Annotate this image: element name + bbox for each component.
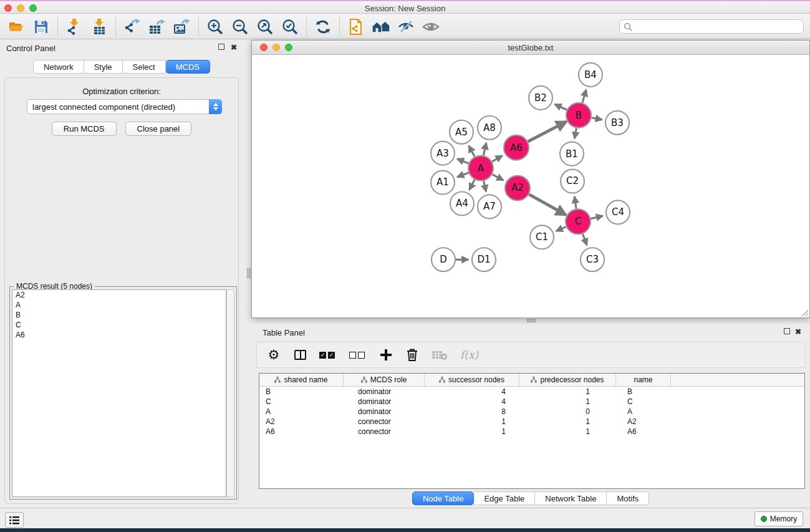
column-header-predecessor-nodes[interactable]: predecessor nodes xyxy=(519,374,616,386)
deselect-all-button[interactable] xyxy=(349,347,367,363)
graph-node-D1[interactable]: D1 xyxy=(472,248,496,271)
mcds-result-list[interactable]: A2ABCA6 xyxy=(12,289,226,497)
task-history-button[interactable] xyxy=(5,512,24,528)
graph-edge-B-B3[interactable] xyxy=(592,118,602,120)
graph-edge-A-A6[interactable] xyxy=(492,156,502,162)
graph-edge-A-A8[interactable] xyxy=(483,143,486,155)
graph-edge-C-C3[interactable] xyxy=(582,234,587,245)
graph-node-A6[interactable]: A6 xyxy=(504,135,529,160)
zoom-out-button[interactable] xyxy=(228,17,253,37)
zoom-selected-button[interactable] xyxy=(277,17,302,37)
graph-edge-A-A5[interactable] xyxy=(469,146,475,157)
graph-node-A8[interactable]: A8 xyxy=(478,116,501,140)
create-column-button[interactable] xyxy=(379,347,393,363)
graph-edge-C-C2[interactable] xyxy=(574,196,576,208)
tab-network-table[interactable]: Network Table xyxy=(535,491,607,505)
show-column-button[interactable] xyxy=(293,347,307,363)
result-list-scrollbar[interactable] xyxy=(226,289,234,497)
import-table-button[interactable] xyxy=(87,17,112,37)
table-row[interactable]: A6connector11A6 xyxy=(259,427,804,437)
column-header-shared-name[interactable]: shared name xyxy=(259,374,344,386)
resize-grip-icon[interactable] xyxy=(800,308,809,317)
graph-edge-A-A3[interactable] xyxy=(457,159,468,163)
zoom-fit-button[interactable] xyxy=(253,17,277,37)
network-canvas[interactable]: AA1A2A3A4A5A6A7A8BB1B2B3B4CC1C2C3C4DD1 xyxy=(253,55,808,316)
graph-edge-B-B2[interactable] xyxy=(555,104,567,110)
delete-column-button[interactable] xyxy=(405,347,419,363)
tab-edge-table[interactable]: Edge Table xyxy=(474,491,535,505)
graph-node-A3[interactable]: A3 xyxy=(431,142,455,165)
graph-node-B3[interactable]: B3 xyxy=(605,111,629,135)
graph-node-B1[interactable]: B1 xyxy=(560,142,584,166)
export-table-button[interactable] xyxy=(145,17,170,37)
table-row[interactable]: Adominator80A xyxy=(259,407,804,417)
graph-node-B2[interactable]: B2 xyxy=(529,86,552,110)
graph-node-C1[interactable]: C1 xyxy=(530,225,554,249)
run-mcds-button[interactable]: Run MCDS xyxy=(52,122,117,136)
tab-node-table[interactable]: Node Table xyxy=(412,491,475,505)
graph-edge-A-A1[interactable] xyxy=(457,173,468,177)
graph-node-A5[interactable]: A5 xyxy=(450,120,473,144)
graph-edge-B-B1[interactable] xyxy=(574,128,576,138)
graph-edge-A2-C[interactable] xyxy=(529,195,566,215)
graph-edge-A6-B[interactable] xyxy=(528,122,567,142)
table-close-panel-icon[interactable]: ✖ xyxy=(794,328,803,337)
graph-node-C3[interactable]: C3 xyxy=(581,248,604,271)
tab-network[interactable]: Network xyxy=(33,60,84,74)
column-header-mcds-role[interactable]: MCDS role xyxy=(344,374,425,386)
graph-edge-A-A2[interactable] xyxy=(492,175,503,181)
delete-table-button[interactable] xyxy=(432,347,448,363)
graph-node-B[interactable]: B xyxy=(566,103,591,128)
show-all-networks-button[interactable] xyxy=(369,17,393,37)
graph-node-A7[interactable]: A7 xyxy=(478,195,501,218)
select-all-button[interactable]: ✓✓ xyxy=(319,347,337,363)
save-session-button[interactable] xyxy=(29,17,54,37)
vertical-split-handle[interactable] xyxy=(247,268,251,278)
graph-node-D[interactable]: D xyxy=(432,248,455,271)
graph-node-A1[interactable]: A1 xyxy=(431,171,455,195)
graph-node-A[interactable]: A xyxy=(468,156,493,181)
tab-select[interactable]: Select xyxy=(123,60,166,74)
birds-eye-view-button[interactable] xyxy=(418,17,443,37)
graph-node-C2[interactable]: C2 xyxy=(561,170,584,193)
table-options-button[interactable]: ⚙ xyxy=(267,347,281,363)
network-overview-button[interactable] xyxy=(344,17,369,37)
memory-button[interactable]: Memory xyxy=(755,511,803,526)
graph-node-C[interactable]: C xyxy=(566,209,591,234)
open-session-button[interactable] xyxy=(4,17,29,37)
import-network-button[interactable] xyxy=(62,17,87,37)
close-panel-icon[interactable]: ✖ xyxy=(229,44,238,52)
search-input[interactable] xyxy=(635,22,799,31)
graph-node-B4[interactable]: B4 xyxy=(579,63,602,87)
graph-node-A2[interactable]: A2 xyxy=(505,176,530,201)
float-panel-icon[interactable] xyxy=(217,44,226,52)
table-float-panel-icon[interactable] xyxy=(783,328,791,337)
hide-graphics-details-button[interactable] xyxy=(393,17,418,37)
result-list-item[interactable]: A xyxy=(12,300,226,310)
close-panel-button[interactable]: Close panel xyxy=(125,122,192,136)
tab-style[interactable]: Style xyxy=(84,60,123,74)
tab-motifs[interactable]: Motifs xyxy=(607,491,649,505)
graph-node-A4[interactable]: A4 xyxy=(450,191,474,215)
criterion-dropdown[interactable]: largest connected component (directed) xyxy=(27,99,222,114)
table-row[interactable]: A2connector11A2 xyxy=(259,417,804,427)
graph-edge-C-C4[interactable] xyxy=(591,216,602,218)
table-row[interactable]: Cdominator41C xyxy=(259,397,804,407)
result-list-item[interactable]: A6 xyxy=(12,330,226,340)
function-builder-button[interactable]: f(x) xyxy=(460,347,478,363)
export-image-button[interactable] xyxy=(170,17,195,37)
column-header-name[interactable]: name xyxy=(616,374,671,386)
toolbar-search-box[interactable] xyxy=(619,19,804,34)
graph-node-C4[interactable]: C4 xyxy=(606,200,630,224)
result-list-item[interactable]: C xyxy=(12,320,226,330)
graph-edge-A-A4[interactable] xyxy=(470,180,475,190)
result-list-item[interactable]: A2 xyxy=(12,290,226,300)
horizontal-split-handle[interactable] xyxy=(527,319,536,322)
tab-mcds[interactable]: MCDS xyxy=(166,60,210,74)
table-row[interactable]: Bdominator41B xyxy=(259,387,804,397)
column-header-successor-nodes[interactable]: successor nodes xyxy=(425,374,519,386)
result-list-item[interactable]: B xyxy=(12,310,226,320)
apply-layout-button[interactable] xyxy=(311,17,335,37)
export-network-button[interactable] xyxy=(120,17,145,37)
zoom-in-button[interactable] xyxy=(203,17,228,37)
